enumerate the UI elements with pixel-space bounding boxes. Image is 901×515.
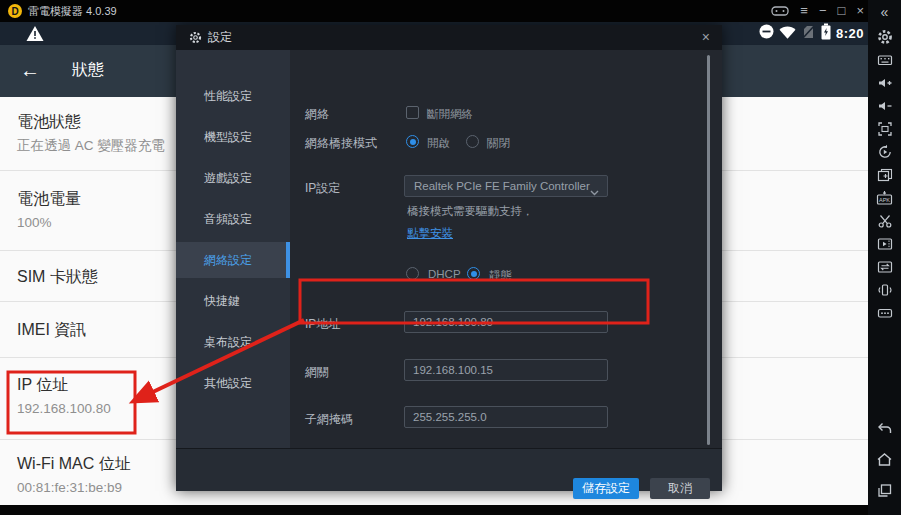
dhcp-radio[interactable] [406, 267, 419, 280]
disconnect-network-label: 斷開網絡 [427, 107, 473, 122]
static-label: 靜態 [489, 268, 512, 283]
cancel-button[interactable]: 取消 [650, 478, 710, 499]
settings-dialog: 設定 × 性能設定 機型設定 遊戲設定 音頻設定 網絡設定 快捷鍵 桌布設定 其… [176, 25, 722, 491]
nav-item-game[interactable]: 遊戲設定 [176, 160, 290, 196]
window-titlebar: D 雷電模擬器 4.0.39 ≡ − □ × [0, 0, 901, 22]
no-sim-icon [801, 24, 816, 44]
nav-item-network[interactable]: 網絡設定 [176, 242, 290, 278]
settings-nav: 性能設定 機型設定 遊戲設定 音頻設定 網絡設定 快捷鍵 桌布設定 其他設定 [176, 50, 290, 448]
dialog-scrollbar[interactable] [707, 55, 710, 445]
nav-item-other[interactable]: 其他設定 [176, 365, 290, 401]
back-arrow-icon[interactable]: ← [20, 58, 40, 82]
shake-icon[interactable] [868, 281, 901, 299]
maximize-button[interactable]: □ [838, 0, 846, 22]
emulator-toolbar: « APK [868, 0, 901, 515]
nav-item-wallpaper[interactable]: 桌布設定 [176, 324, 290, 360]
bridge-off-radio[interactable] [466, 135, 479, 148]
screenshot-icon[interactable] [868, 166, 901, 184]
menu-icon[interactable]: ≡ [800, 0, 808, 22]
disconnect-network-checkbox[interactable] [406, 106, 419, 119]
home-icon[interactable] [868, 450, 901, 468]
ldplayer-window: D 雷電模擬器 4.0.39 ≡ − □ × [0, 0, 901, 515]
volume-up-icon[interactable] [868, 74, 901, 92]
bridge-on-label: 開啟 [427, 136, 450, 151]
close-button[interactable]: × [856, 0, 864, 22]
battery-charging-icon [821, 23, 831, 44]
network-adapter-select[interactable]: Realtek PCIe FE Family Controller [404, 175, 608, 197]
network-label: 網絡 [305, 106, 329, 123]
bridge-off-label: 關閉 [487, 136, 510, 151]
warning-notification-icon [26, 25, 44, 46]
dialog-title: 設定 [208, 29, 232, 46]
collapse-icon[interactable]: « [868, 3, 901, 21]
ip-setting-label: IP設定 [305, 180, 340, 197]
minimize-button[interactable]: − [819, 0, 827, 22]
gateway-label: 網關 [305, 364, 329, 381]
volume-down-icon[interactable] [868, 97, 901, 115]
driver-note: 橋接模式需要驅動支持， [407, 204, 534, 219]
bottom-bar [0, 505, 868, 515]
clock-time: 8:20 [836, 26, 864, 41]
restart-icon[interactable] [868, 143, 901, 161]
subnet-mask-label: 子網掩碼 [305, 411, 353, 428]
subnet-mask-input[interactable] [404, 406, 608, 428]
back-icon[interactable] [868, 419, 901, 437]
nav-item-shortcuts[interactable]: 快捷鍵 [176, 283, 290, 319]
nav-item-device[interactable]: 機型設定 [176, 119, 290, 155]
network-adapter-value: Realtek PCIe FE Family Controller [414, 180, 590, 192]
apk-install-icon[interactable]: APK [868, 189, 901, 207]
screen-record-icon[interactable] [868, 235, 901, 253]
bridge-on-radio[interactable] [406, 135, 419, 148]
do-not-disturb-icon [759, 24, 774, 43]
ip-address-input[interactable] [404, 311, 608, 333]
app-logo-icon: D [8, 4, 22, 18]
save-settings-button[interactable]: 儲存設定 [573, 478, 639, 499]
window-title: 雷電模擬器 4.0.39 [28, 4, 117, 19]
scissors-icon[interactable] [868, 212, 901, 230]
gamepad-icon[interactable] [771, 4, 789, 18]
fullscreen-icon[interactable] [868, 120, 901, 138]
static-radio[interactable] [467, 267, 480, 280]
more-icon[interactable] [868, 304, 901, 322]
dhcp-label: DHCP [428, 268, 461, 280]
keyboard-icon[interactable] [868, 51, 901, 69]
gateway-input[interactable] [404, 359, 608, 381]
page-title: 狀態 [72, 60, 104, 81]
chevron-down-icon [590, 182, 599, 202]
nav-item-performance[interactable]: 性能設定 [176, 78, 290, 114]
dialog-footer: 儲存設定 取消 [176, 448, 722, 491]
recent-apps-icon[interactable] [868, 481, 901, 499]
sync-icon[interactable] [868, 258, 901, 276]
dialog-header: 設定 × [176, 25, 722, 50]
network-settings-panel: 網絡 斷開網絡 網絡橋接模式 開啟 關閉 IP設定 Realtek PCIe F… [290, 50, 722, 448]
nav-item-audio[interactable]: 音頻設定 [176, 201, 290, 237]
bridge-mode-label: 網絡橋接模式 [305, 135, 377, 152]
ip-address-label: IP地址 [305, 316, 340, 333]
settings-gear-icon[interactable] [868, 28, 901, 46]
wifi-icon [779, 25, 796, 43]
gear-icon [189, 31, 202, 44]
install-driver-link[interactable]: 點擊安裝 [407, 226, 453, 241]
dialog-close-icon[interactable]: × [698, 25, 714, 50]
svg-text:APK: APK [879, 197, 890, 203]
